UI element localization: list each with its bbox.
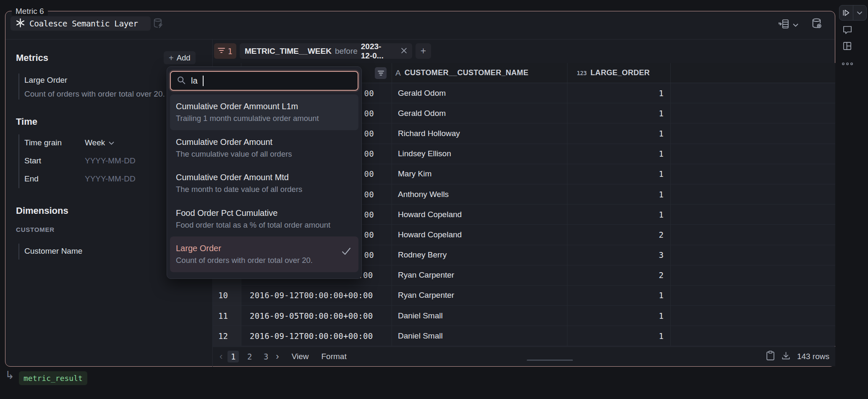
layout-grid-icon[interactable] bbox=[842, 41, 852, 52]
return-arrow-icon: ↳ bbox=[5, 369, 14, 382]
cell-value[interactable]: 1 bbox=[567, 286, 671, 305]
option-subtitle: Trailing 1 month cumulative order amount bbox=[176, 113, 353, 124]
cell-name[interactable]: Howard Copeland bbox=[392, 225, 567, 244]
add-filter-button[interactable]: + bbox=[416, 43, 431, 59]
cell-name[interactable]: Gerald Odom bbox=[392, 83, 567, 103]
metric-options-list: Cumulative Order Ammount L1m Trailing 1 … bbox=[170, 94, 358, 272]
option-title: Cumulative Order Amount Mtd bbox=[176, 171, 353, 184]
metric-option[interactable]: Cumulative Order Ammount L1m Trailing 1 … bbox=[170, 94, 358, 130]
cell-name[interactable]: Gerald Odom bbox=[392, 103, 567, 123]
time-grain-label: Time grain bbox=[24, 138, 62, 147]
cell-name[interactable]: Daniel Small bbox=[392, 326, 567, 346]
start-date-input[interactable]: YYYY-MM-DD bbox=[85, 156, 136, 165]
cell-value[interactable]: 1 bbox=[567, 205, 671, 224]
start-label: Start bbox=[24, 156, 41, 165]
comment-icon[interactable] bbox=[842, 25, 852, 37]
cell-name[interactable]: Howard Copeland bbox=[392, 205, 567, 224]
cell-value[interactable]: 1 bbox=[567, 306, 671, 326]
cell-empty bbox=[671, 306, 835, 326]
close-icon[interactable] bbox=[401, 47, 407, 56]
source-selector[interactable]: Coalesce Semantic Layer bbox=[10, 16, 151, 31]
dimension-name[interactable]: Customer Name bbox=[24, 247, 82, 256]
end-date-input[interactable]: YYYY-MM-DD bbox=[85, 174, 136, 184]
cell-name[interactable]: Richard Holloway bbox=[392, 123, 567, 143]
metric-option[interactable]: Cumulative Order Amount The cumulative v… bbox=[170, 130, 358, 166]
database-preview-icon[interactable] bbox=[811, 18, 823, 31]
cell-name[interactable]: Anthony Wells bbox=[392, 184, 567, 204]
next-page-icon[interactable]: › bbox=[276, 351, 279, 362]
chevron-down-icon[interactable] bbox=[793, 21, 798, 29]
page-number[interactable]: 3 bbox=[260, 351, 272, 362]
download-icon[interactable] bbox=[781, 351, 791, 362]
cell-value[interactable]: 3 bbox=[567, 245, 671, 265]
metric-option[interactable]: Large Order Count of orders with order t… bbox=[170, 236, 358, 272]
search-query: la bbox=[191, 76, 198, 86]
page-number[interactable]: 1 bbox=[227, 351, 239, 362]
view-menu[interactable]: View bbox=[292, 352, 309, 361]
filter-chip[interactable]: METRIC_TIME__WEEK before 2023-12-0... bbox=[240, 43, 412, 59]
cell-value[interactable]: 1 bbox=[567, 326, 671, 346]
metric-option[interactable]: Cumulative Order Amount Mtd The month to… bbox=[170, 165, 358, 201]
check-icon bbox=[342, 247, 351, 257]
cell-empty bbox=[671, 286, 835, 305]
time-grain-select[interactable]: Week bbox=[85, 138, 114, 147]
cell-name[interactable]: Daniel Small bbox=[392, 306, 567, 326]
cell-name[interactable]: Mary Kim bbox=[392, 164, 567, 184]
filter-operator: before bbox=[335, 47, 358, 56]
run-icon[interactable] bbox=[839, 5, 853, 20]
option-title: Cumulative Order Amount bbox=[176, 136, 353, 148]
cell-empty bbox=[671, 225, 835, 244]
cell-value[interactable]: 1 bbox=[567, 184, 671, 204]
copy-table-icon[interactable] bbox=[766, 351, 775, 362]
add-metric-button[interactable]: + Add bbox=[164, 51, 196, 64]
metric-item-rule bbox=[18, 74, 19, 100]
filter-count-chip[interactable]: 1 bbox=[214, 43, 236, 59]
cell-name[interactable]: Ryan Carpenter bbox=[392, 265, 567, 285]
option-subtitle: Food order total as a % of total order a… bbox=[176, 219, 353, 231]
row-index: 12 bbox=[213, 326, 241, 346]
cell-value[interactable]: 1 bbox=[567, 103, 671, 123]
row-index: 11 bbox=[213, 306, 241, 326]
cell-name[interactable]: Lindsey Ellison bbox=[392, 144, 567, 164]
horizontal-scrollbar[interactable] bbox=[527, 360, 573, 361]
cell-name[interactable]: Ryan Carpenter bbox=[392, 286, 567, 305]
filter-count: 1 bbox=[227, 47, 232, 56]
name-column-header[interactable]: A CUSTOMER__CUSTOMER_NAME bbox=[392, 63, 567, 83]
snowflake-icon bbox=[16, 18, 25, 29]
metric-option[interactable]: Food Order Pct Cumulative Food order tot… bbox=[170, 201, 358, 237]
filter-icon bbox=[218, 47, 225, 55]
cell-value[interactable]: 2 bbox=[567, 265, 671, 285]
cell-date[interactable]: 2016-09-12T00:00:00+00:00 bbox=[241, 326, 392, 346]
cell-empty bbox=[671, 265, 835, 285]
cell-name[interactable]: Rodney Berry bbox=[392, 245, 567, 265]
run-options-chevron-icon[interactable] bbox=[853, 5, 867, 20]
table-row[interactable]: 10 2016-09-12T00:00:00+00:00 Ryan Carpen… bbox=[213, 286, 835, 306]
format-menu[interactable]: Format bbox=[322, 352, 347, 361]
filter-field: METRIC_TIME__WEEK bbox=[245, 47, 332, 56]
database-lightning-icon[interactable] bbox=[152, 18, 164, 31]
column-filter-icon[interactable] bbox=[375, 67, 387, 79]
push-to-table-icon[interactable] bbox=[779, 18, 790, 31]
cell-date[interactable]: 2016-09-05T00:00:00+00:00 bbox=[241, 306, 392, 326]
prev-page-icon[interactable]: ‹ bbox=[220, 351, 222, 362]
selected-metric-name[interactable]: Large Order bbox=[24, 76, 67, 85]
cell-empty bbox=[671, 326, 835, 346]
table-row[interactable]: 12 2016-09-12T00:00:00+00:00 Daniel Smal… bbox=[213, 326, 835, 346]
cell-empty bbox=[671, 83, 835, 103]
search-icon bbox=[177, 76, 186, 87]
option-title: Large Order bbox=[176, 242, 353, 255]
cell-title: Metric 6 bbox=[12, 7, 48, 16]
result-variable-chip[interactable]: metric_result bbox=[19, 371, 87, 385]
cell-value[interactable]: 1 bbox=[567, 164, 671, 184]
run-cell-button[interactable] bbox=[839, 5, 867, 21]
cell-value[interactable]: 2 bbox=[567, 225, 671, 244]
cell-value[interactable]: 1 bbox=[567, 144, 671, 164]
table-row[interactable]: 11 2016-09-05T00:00:00+00:00 Daniel Smal… bbox=[213, 306, 835, 326]
cell-date[interactable]: 2016-09-12T00:00:00+00:00 bbox=[241, 286, 392, 305]
more-options-icon[interactable] bbox=[841, 60, 855, 68]
cell-value[interactable]: 1 bbox=[567, 123, 671, 143]
metric-search-input[interactable]: la bbox=[170, 71, 358, 91]
page-number[interactable]: 2 bbox=[244, 351, 255, 362]
cell-value[interactable]: 1 bbox=[567, 83, 671, 103]
value-column-header[interactable]: 123 LARGE_ORDER bbox=[567, 63, 671, 83]
